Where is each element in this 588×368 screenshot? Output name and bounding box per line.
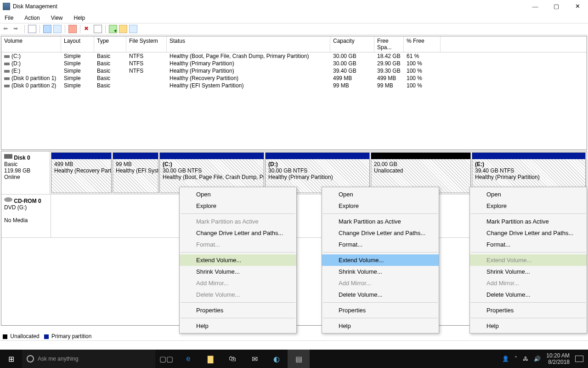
menu-sep <box>181 213 295 214</box>
menu-format[interactable]: Format... <box>470 239 587 250</box>
titlebar: Disk Management — ▢ ✕ <box>0 0 588 13</box>
menu-properties[interactable]: Properties <box>470 305 587 316</box>
tray-expand-icon[interactable]: ˄ <box>514 356 517 362</box>
menu-help[interactable]: Help <box>322 320 439 332</box>
more-icon[interactable] <box>129 25 137 33</box>
app-icon <box>3 3 10 10</box>
action-icon[interactable] <box>68 25 77 33</box>
toolbar-sep <box>24 25 25 33</box>
volume-row[interactable]: (Disk 0 partition 2)SimpleBasicHealthy (… <box>1 82 587 89</box>
system-tray: 👤 ˄ 🖧 🔊 10:20 AM 8/2/2018 <box>502 352 588 366</box>
file-explorer-icon[interactable]: ▇ <box>199 350 221 368</box>
cdrom-info[interactable]: CD-ROM 0 DVD (G:) No Media <box>1 195 51 237</box>
col-free[interactable]: Free Spa... <box>374 36 404 52</box>
menu-mark-active[interactable]: Mark Partition as Active <box>470 216 587 227</box>
menu-shrink-volume[interactable]: Shrink Volume... <box>180 266 296 277</box>
menu-action[interactable]: Action <box>23 14 41 22</box>
menu-sep <box>323 252 438 253</box>
menu-change-drive-letter[interactable]: Change Drive Letter and Paths... <box>180 227 296 239</box>
action-center-icon[interactable] <box>575 356 583 362</box>
menu-format[interactable]: Format... <box>322 239 439 250</box>
menu-extend-volume: Extend Volume... <box>470 254 587 266</box>
menu-open[interactable]: Open <box>180 189 296 200</box>
col-layout[interactable]: Layout <box>61 36 94 52</box>
app-icon-1[interactable]: ◐ <box>266 350 288 368</box>
col-fs[interactable]: File System <box>126 36 167 52</box>
clock[interactable]: 10:20 AM 8/2/2018 <box>546 352 570 366</box>
menu-properties[interactable]: Properties <box>322 305 439 316</box>
taskbar: ⊞ Ask me anything ▢▢ e ▇ 🛍 ✉ ◐ ▤ 👤 ˄ 🖧 🔊… <box>0 350 588 368</box>
mail-icon[interactable]: ✉ <box>243 350 266 368</box>
disk-management-taskbar-icon[interactable]: ▤ <box>288 350 310 368</box>
cortana-search[interactable]: Ask me anything <box>22 350 155 368</box>
help-icon[interactable] <box>43 25 51 33</box>
menu-help[interactable]: Help <box>72 14 87 22</box>
col-status[interactable]: Status <box>167 36 330 52</box>
menu-sep <box>471 213 586 214</box>
toolbar-sep <box>40 25 40 33</box>
context-menu-d: Open Explore Mark Partition as Active Ch… <box>322 187 439 334</box>
menu-view[interactable]: View <box>49 14 65 22</box>
search-placeholder: Ask me anything <box>38 356 79 362</box>
forward-icon[interactable] <box>13 25 21 33</box>
store-icon[interactable]: 🛍 <box>221 350 243 368</box>
menu-properties[interactable]: Properties <box>180 305 296 316</box>
show-hide-icon[interactable] <box>28 25 36 33</box>
menu-open[interactable]: Open <box>322 189 439 200</box>
menu-change-drive-letter[interactable]: Change Drive Letter and Paths... <box>470 227 587 239</box>
volume-row[interactable]: (Disk 0 partition 1)SimpleBasicHealthy (… <box>1 75 587 82</box>
col-type[interactable]: Type <box>94 36 126 52</box>
menu-delete-volume[interactable]: Delete Volume... <box>470 289 587 300</box>
menu-explore[interactable]: Explore <box>180 200 296 212</box>
col-volume[interactable]: Volume <box>1 36 61 52</box>
menu-mark-active[interactable]: Mark Partition as Active <box>322 216 439 227</box>
close-button[interactable]: ✕ <box>567 0 588 13</box>
menu-explore[interactable]: Explore <box>470 200 587 212</box>
menu-extend-volume[interactable]: Extend Volume... <box>322 254 439 266</box>
volume-row[interactable]: (D:)SimpleBasicNTFSHealthy (Primary Part… <box>1 60 587 67</box>
disk-type: Basic <box>4 161 17 167</box>
disk-icon <box>4 154 12 159</box>
refresh-icon[interactable] <box>53 25 62 33</box>
volume-row[interactable]: (C:)SimpleBasicNTFSHealthy (Boot, Page F… <box>1 52 587 60</box>
start-button[interactable]: ⊞ <box>0 350 22 368</box>
menu-extend-volume[interactable]: Extend Volume... <box>180 254 296 266</box>
partition[interactable]: 99 MBHealthy (EFI Syst <box>113 152 158 193</box>
menu-sep <box>471 302 586 303</box>
menubar: File Action View Help <box>0 13 588 23</box>
toolbar-sep <box>105 25 106 33</box>
menu-format: Format... <box>180 239 296 250</box>
delete-icon[interactable] <box>84 25 92 33</box>
menu-change-drive-letter[interactable]: Change Drive Letter and Paths... <box>322 227 439 239</box>
menu-delete-volume[interactable]: Delete Volume... <box>322 289 439 300</box>
volume-row[interactable]: (E:)SimpleBasicNTFSHealthy (Primary Part… <box>1 67 587 75</box>
people-icon[interactable]: 👤 <box>502 356 509 362</box>
network-icon[interactable]: 🖧 <box>523 356 528 362</box>
col-capacity[interactable]: Capacity <box>330 36 374 52</box>
task-view-icon[interactable]: ▢▢ <box>155 350 177 368</box>
menu-sep <box>181 318 295 318</box>
menu-explore[interactable]: Explore <box>322 200 439 212</box>
menu-open[interactable]: Open <box>470 189 587 200</box>
properties-icon[interactable] <box>94 25 102 33</box>
menu-shrink-volume[interactable]: Shrink Volume... <box>322 266 439 277</box>
volume-list-header: Volume Layout Type File System Status Ca… <box>1 36 587 52</box>
menu-sep <box>181 302 295 303</box>
menu-help[interactable]: Help <box>470 320 587 332</box>
disk-info[interactable]: Disk 0 Basic 119.98 GB Online <box>1 151 50 194</box>
partition[interactable]: 499 MBHealthy (Recovery Parti <box>51 152 112 193</box>
menu-sep <box>323 302 438 303</box>
menu-shrink-volume[interactable]: Shrink Volume... <box>470 266 587 277</box>
settings-icon[interactable] <box>119 25 127 33</box>
back-icon[interactable] <box>3 25 11 33</box>
statusbar <box>0 340 588 350</box>
maximize-button[interactable]: ▢ <box>546 0 567 13</box>
menu-sep <box>181 252 295 253</box>
volume-icon[interactable]: 🔊 <box>534 356 541 362</box>
col-pct[interactable]: % Free <box>404 36 441 52</box>
edge-icon[interactable]: e <box>177 350 199 368</box>
menu-file[interactable]: File <box>3 14 15 22</box>
menu-help[interactable]: Help <box>180 320 296 332</box>
minimize-button[interactable]: — <box>525 0 546 13</box>
new-partition-icon[interactable] <box>109 25 117 33</box>
